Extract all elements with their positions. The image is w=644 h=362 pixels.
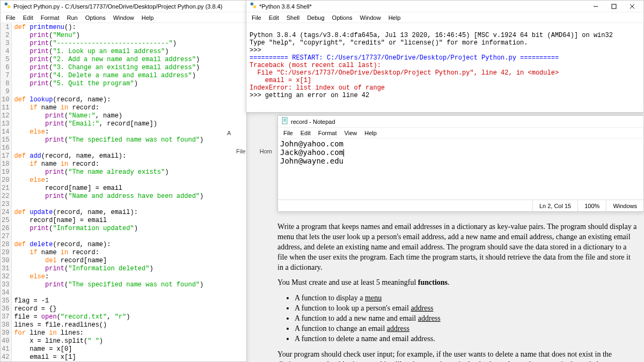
menu-file[interactable]: File <box>248 13 265 22</box>
menu-edit[interactable]: Edit <box>266 13 282 22</box>
shell-title: *Python 3.8.4 Shell* <box>259 3 586 10</box>
list-item: A function to change an email address <box>295 324 637 334</box>
menu-help[interactable]: Help <box>361 129 380 137</box>
tab-fragment: A <box>223 128 235 138</box>
maximize-button[interactable] <box>606 2 622 11</box>
menu-format[interactable]: Format <box>38 13 63 22</box>
minimize-button[interactable] <box>588 2 604 11</box>
close-button[interactable] <box>624 2 640 11</box>
shell-output[interactable]: Python 3.8.4 (tags/v3.8.4:dfa645a, Jul 1… <box>246 23 643 112</box>
menu-format[interactable]: Format <box>315 129 340 137</box>
menu-file[interactable]: File <box>3 13 19 22</box>
menu-options[interactable]: Options <box>329 13 356 22</box>
menu-help[interactable]: Help <box>385 13 404 22</box>
editor-titlebar[interactable]: Project Python.py - C:/Users/17737/OneDr… <box>1 1 246 12</box>
notepad-title: record - Notepad <box>291 119 640 125</box>
notepad-icon <box>281 117 289 126</box>
list-item: A function to display a menu <box>295 293 637 304</box>
list-item: A function to look up a person's email a… <box>295 304 637 314</box>
python-icon <box>4 2 11 11</box>
assignment-text: Write a program that keeps names and ema… <box>277 222 637 362</box>
shell-prompt: >>> <box>250 47 261 54</box>
shell-banner-line: Type "help", "copyright", "credits" or "… <box>250 39 528 47</box>
notepad-line[interactable]: John@wayne.edu <box>280 157 641 165</box>
menu-window[interactable]: Window <box>357 13 384 22</box>
idle-shell-window[interactable]: *Python 3.8.4 Shell* FileEditShellDebugO… <box>246 0 644 113</box>
editor-code[interactable]: def printmenu(): print("Menu") print("--… <box>12 23 206 361</box>
svg-rect-8 <box>282 117 287 124</box>
notepad-menubar[interactable]: FileEditFormatViewHelp <box>278 128 643 138</box>
svg-rect-0 <box>5 3 8 5</box>
notepad-line[interactable]: Jack@yahoo.com <box>280 148 641 157</box>
assignment-paragraph: Write a program that keeps names and ema… <box>277 222 637 272</box>
menu-run[interactable]: Run <box>64 13 81 22</box>
shell-restart-line: ========== RESTART: C:/Users/17737/OneDr… <box>250 54 559 62</box>
status-line-ending: Windows <box>606 200 643 211</box>
list-item: A function to add a new name and email a… <box>295 314 637 324</box>
assignment-paragraph: Your program should check user input; fo… <box>277 350 637 362</box>
shell-traceback-line: IndexError: list index out of range <box>250 84 385 92</box>
background-tabs: A <box>223 128 235 138</box>
notepad-line[interactable]: John@yahoo.com <box>280 139 641 148</box>
status-cursor-pos: Ln 2, Col 15 <box>532 200 577 211</box>
shell-input-line[interactable]: >>> getting an error on line 42 <box>250 92 369 99</box>
menu-help[interactable]: Help <box>138 13 157 22</box>
shell-traceback-line: email = x[1] <box>250 77 311 84</box>
menu-view[interactable]: View <box>341 129 361 137</box>
background-tabs: File Hom <box>232 146 276 157</box>
svg-rect-3 <box>253 5 256 8</box>
idle-editor-window[interactable]: Project Python.py - C:/Users/17737/OneDr… <box>0 0 247 362</box>
svg-rect-5 <box>612 4 616 9</box>
editor-menubar[interactable]: FileEditFormatRunOptionsWindowHelp <box>1 12 246 23</box>
notepad-titlebar[interactable]: record - Notepad <box>278 116 643 128</box>
menu-edit[interactable]: Edit <box>20 13 36 22</box>
menu-edit[interactable]: Edit <box>297 129 314 137</box>
svg-rect-1 <box>8 5 10 8</box>
editor-title: Project Python.py - C:/Users/17737/OneDr… <box>13 3 243 10</box>
notepad-window[interactable]: record - Notepad FileEditFormatViewHelp … <box>277 115 644 212</box>
editor-code-area[interactable]: 1234567891011121314151617181920212223242… <box>1 23 246 361</box>
python-icon <box>250 2 257 11</box>
editor-gutter: 1234567891011121314151617181920212223242… <box>1 23 12 361</box>
menu-window[interactable]: Window <box>110 13 137 22</box>
status-zoom: 100% <box>577 200 606 211</box>
menu-shell[interactable]: Shell <box>283 13 303 22</box>
list-item: A function to delete a name and email ad… <box>295 334 637 344</box>
assignment-paragraph: You Must create and use at least 5 meani… <box>277 278 637 288</box>
shell-menubar[interactable]: FileEditShellDebugOptionsWindowHelp <box>246 12 643 23</box>
shell-traceback-line: Traceback (most recent call last): <box>250 62 381 69</box>
shell-banner-line: Python 3.8.4 (tags/v3.8.4:dfa645a, Jul 1… <box>250 32 613 39</box>
menu-file[interactable]: File <box>280 129 296 137</box>
shell-titlebar[interactable]: *Python 3.8.4 Shell* <box>246 1 643 12</box>
menu-options[interactable]: Options <box>82 13 109 22</box>
notepad-textarea[interactable]: John@yahoo.comJack@yahoo.comJohn@wayne.e… <box>278 138 643 200</box>
shell-traceback-line: File "C:/Users/17737/OneDrive/Desktop/Pr… <box>250 69 559 77</box>
menu-debug[interactable]: Debug <box>304 13 327 22</box>
assignment-list: A function to display a menu A function … <box>295 293 637 344</box>
tab-file[interactable]: File <box>232 146 250 157</box>
tab-home[interactable]: Hom <box>255 146 276 157</box>
notepad-statusbar: Ln 2, Col 15 100% Windows <box>278 200 643 211</box>
svg-rect-2 <box>251 3 253 5</box>
